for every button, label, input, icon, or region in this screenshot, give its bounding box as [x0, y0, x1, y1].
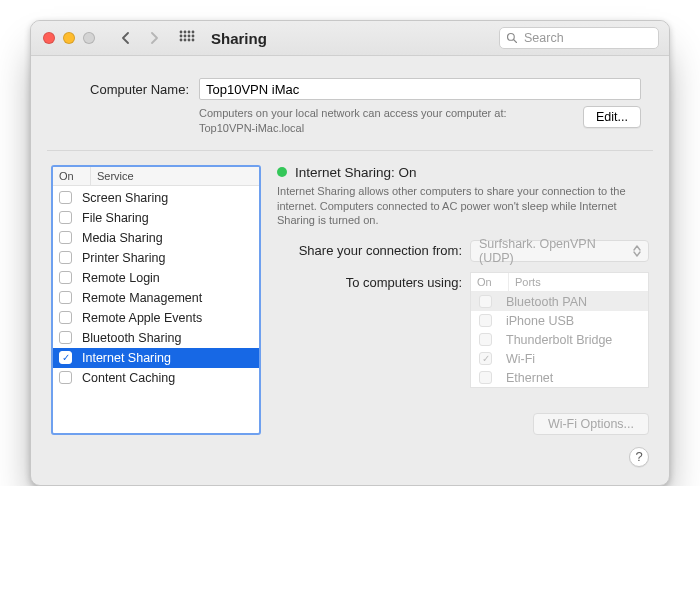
- status-text: Internet Sharing: On: [295, 165, 417, 180]
- wifi-options-row: Wi-Fi Options...: [277, 413, 649, 435]
- service-checkbox[interactable]: [59, 231, 72, 244]
- service-row[interactable]: Remote Apple Events: [53, 308, 259, 328]
- service-label: File Sharing: [82, 211, 149, 225]
- svg-point-10: [188, 39, 191, 42]
- svg-point-3: [192, 31, 195, 34]
- service-checkbox[interactable]: [59, 311, 72, 324]
- service-row[interactable]: Screen Sharing: [53, 188, 259, 208]
- col-service-header: Service: [91, 167, 259, 185]
- service-checkbox[interactable]: [59, 291, 72, 304]
- detail-description: Internet Sharing allows other computers …: [277, 184, 649, 229]
- port-checkbox[interactable]: [479, 333, 492, 346]
- service-row[interactable]: Internet Sharing: [53, 348, 259, 368]
- port-label: Wi-Fi: [506, 352, 535, 366]
- computer-name-hint: Computers on your local network can acce…: [199, 106, 573, 136]
- service-label: Remote Login: [82, 271, 160, 285]
- service-label: Remote Apple Events: [82, 311, 202, 325]
- svg-point-1: [184, 31, 187, 34]
- svg-point-9: [184, 39, 187, 42]
- service-checkbox[interactable]: [59, 351, 72, 364]
- svg-point-11: [192, 39, 195, 42]
- status-indicator-icon: [277, 167, 287, 177]
- svg-point-0: [180, 31, 183, 34]
- share-from-popup[interactable]: Surfshark. OpenVPN (UDP): [470, 240, 649, 262]
- forward-button[interactable]: [141, 27, 167, 49]
- svg-point-4: [180, 35, 183, 38]
- svg-point-5: [184, 35, 187, 38]
- service-label: Bluetooth Sharing: [82, 331, 181, 345]
- service-detail: Internet Sharing: On Internet Sharing al…: [277, 165, 649, 435]
- service-label: Internet Sharing: [82, 351, 171, 365]
- svg-point-2: [188, 31, 191, 34]
- service-row[interactable]: File Sharing: [53, 208, 259, 228]
- col-on-header: On: [53, 167, 91, 185]
- columns: On Service Screen SharingFile SharingMed…: [51, 165, 649, 435]
- service-label: Remote Management: [82, 291, 202, 305]
- service-label: Screen Sharing: [82, 191, 168, 205]
- port-checkbox[interactable]: [479, 352, 492, 365]
- wifi-options-button[interactable]: Wi-Fi Options...: [533, 413, 649, 435]
- port-label: iPhone USB: [506, 314, 574, 328]
- service-label: Printer Sharing: [82, 251, 165, 265]
- chevron-right-icon: [149, 32, 159, 44]
- port-row[interactable]: iPhone USB: [471, 311, 648, 330]
- service-row[interactable]: Bluetooth Sharing: [53, 328, 259, 348]
- service-row[interactable]: Printer Sharing: [53, 248, 259, 268]
- port-checkbox[interactable]: [479, 314, 492, 327]
- service-checkbox[interactable]: [59, 331, 72, 344]
- sharing-prefpane-window: Sharing Computer Name: Computers on your…: [30, 20, 670, 486]
- show-all-icon[interactable]: [179, 30, 195, 46]
- ports-col-on: On: [471, 273, 509, 291]
- window-controls: [41, 32, 99, 44]
- help-button[interactable]: ?: [629, 447, 649, 467]
- service-checkbox[interactable]: [59, 211, 72, 224]
- popup-arrows-icon: [630, 243, 644, 259]
- ports-table[interactable]: On Ports Bluetooth PANiPhone USBThunderb…: [470, 272, 649, 388]
- edit-hostname-button[interactable]: Edit...: [583, 106, 641, 128]
- computer-name-hint-row: Computers on your local network can acce…: [59, 106, 641, 136]
- toolbar: Sharing: [31, 21, 669, 56]
- ports-col-ports: Ports: [509, 273, 648, 291]
- service-row[interactable]: Remote Login: [53, 268, 259, 288]
- share-from-value: Surfshark. OpenVPN (UDP): [479, 237, 630, 265]
- divider: [47, 150, 653, 151]
- service-checkbox[interactable]: [59, 251, 72, 264]
- share-from-label: Share your connection from:: [277, 240, 462, 258]
- nav-buttons: [113, 27, 167, 49]
- service-checkbox[interactable]: [59, 371, 72, 384]
- service-row[interactable]: Media Sharing: [53, 228, 259, 248]
- service-row[interactable]: Remote Management: [53, 288, 259, 308]
- services-table[interactable]: On Service Screen SharingFile SharingMed…: [51, 165, 261, 435]
- port-row[interactable]: Wi-Fi: [471, 349, 648, 368]
- hint-line-2: Top10VPN-iMac.local: [199, 122, 304, 134]
- port-label: Ethernet: [506, 371, 553, 385]
- zoom-button[interactable]: [83, 32, 95, 44]
- hint-line-1: Computers on your local network can acce…: [199, 107, 507, 119]
- port-row[interactable]: Thunderbolt Bridge: [471, 330, 648, 349]
- service-checkbox[interactable]: [59, 271, 72, 284]
- port-row[interactable]: Ethernet: [471, 368, 648, 387]
- to-computers-row: To computers using: On Ports Bluetooth P…: [277, 272, 649, 404]
- port-checkbox[interactable]: [479, 371, 492, 384]
- port-label: Thunderbolt Bridge: [506, 333, 612, 347]
- close-button[interactable]: [43, 32, 55, 44]
- port-row[interactable]: Bluetooth PAN: [471, 292, 648, 311]
- search-field[interactable]: [499, 27, 659, 49]
- ports-header: On Ports: [471, 273, 648, 292]
- computer-name-input[interactable]: [199, 78, 641, 100]
- help-row: ?: [51, 447, 649, 467]
- ports-list: Bluetooth PANiPhone USBThunderbolt Bridg…: [471, 292, 648, 387]
- computer-name-row: Computer Name:: [59, 78, 641, 100]
- port-checkbox[interactable]: [479, 295, 492, 308]
- search-icon: [506, 32, 518, 44]
- svg-point-6: [188, 35, 191, 38]
- back-button[interactable]: [113, 27, 139, 49]
- service-checkbox[interactable]: [59, 191, 72, 204]
- port-label: Bluetooth PAN: [506, 295, 587, 309]
- chevron-left-icon: [121, 32, 131, 44]
- service-row[interactable]: Content Caching: [53, 368, 259, 388]
- minimize-button[interactable]: [63, 32, 75, 44]
- page-title: Sharing: [211, 30, 267, 47]
- to-computers-label: To computers using:: [277, 272, 462, 290]
- search-input[interactable]: [522, 30, 652, 46]
